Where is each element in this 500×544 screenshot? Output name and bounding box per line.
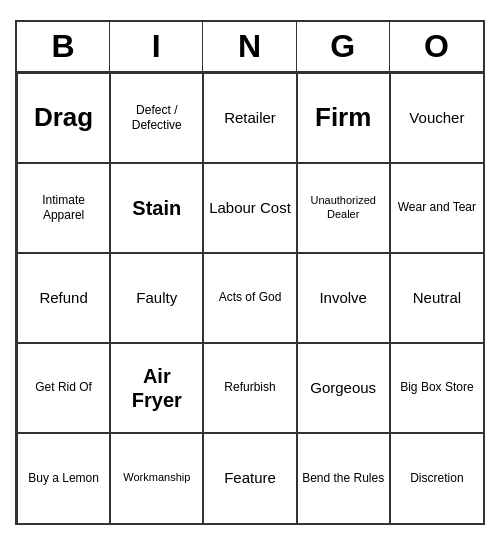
bingo-cell: Firm: [297, 73, 390, 163]
cell-text: Discretion: [410, 471, 463, 485]
header-letter: G: [297, 22, 390, 71]
bingo-cell: Unauthorized Dealer: [297, 163, 390, 253]
bingo-cell: Workmanship: [110, 433, 203, 523]
bingo-cell: Wear and Tear: [390, 163, 483, 253]
bingo-grid: DragDefect / DefectiveRetailerFirmVouche…: [17, 73, 483, 523]
bingo-cell: Gorgeous: [297, 343, 390, 433]
cell-text: Acts of God: [219, 290, 282, 304]
cell-text: Labour Cost: [209, 199, 291, 217]
bingo-cell: Big Box Store: [390, 343, 483, 433]
cell-text: Big Box Store: [400, 380, 473, 394]
cell-text: Involve: [319, 289, 367, 307]
bingo-cell: Involve: [297, 253, 390, 343]
bingo-cell: Stain: [110, 163, 203, 253]
bingo-card: BINGO DragDefect / DefectiveRetailerFirm…: [15, 20, 485, 525]
bingo-cell: Voucher: [390, 73, 483, 163]
bingo-cell: Labour Cost: [203, 163, 296, 253]
bingo-cell: Bend the Rules: [297, 433, 390, 523]
cell-text: Workmanship: [123, 471, 190, 484]
cell-text: Refund: [39, 289, 87, 307]
bingo-cell: Refurbish: [203, 343, 296, 433]
bingo-cell: Retailer: [203, 73, 296, 163]
cell-text: Faulty: [136, 289, 177, 307]
bingo-cell: Air Fryer: [110, 343, 203, 433]
header-letter: B: [17, 22, 110, 71]
cell-text: Feature: [224, 469, 276, 487]
cell-text: Defect / Defective: [115, 103, 198, 132]
cell-text: Neutral: [413, 289, 461, 307]
bingo-cell: Refund: [17, 253, 110, 343]
cell-text: Buy a Lemon: [28, 471, 99, 485]
bingo-cell: Buy a Lemon: [17, 433, 110, 523]
bingo-cell: Defect / Defective: [110, 73, 203, 163]
cell-text: Intimate Apparel: [22, 193, 105, 222]
bingo-cell: Drag: [17, 73, 110, 163]
cell-text: Voucher: [409, 109, 464, 127]
bingo-cell: Discretion: [390, 433, 483, 523]
bingo-cell: Neutral: [390, 253, 483, 343]
header-letter: I: [110, 22, 203, 71]
cell-text: Bend the Rules: [302, 471, 384, 485]
bingo-cell: Intimate Apparel: [17, 163, 110, 253]
bingo-cell: Faulty: [110, 253, 203, 343]
bingo-cell: Get Rid Of: [17, 343, 110, 433]
bingo-cell: Feature: [203, 433, 296, 523]
cell-text: Firm: [315, 102, 371, 133]
cell-text: Stain: [132, 196, 181, 220]
cell-text: Refurbish: [224, 380, 275, 394]
cell-text: Get Rid Of: [35, 380, 92, 394]
header-letter: N: [203, 22, 296, 71]
bingo-header: BINGO: [17, 22, 483, 73]
cell-text: Air Fryer: [115, 364, 198, 412]
bingo-cell: Acts of God: [203, 253, 296, 343]
cell-text: Wear and Tear: [398, 200, 476, 214]
cell-text: Gorgeous: [310, 379, 376, 397]
cell-text: Drag: [34, 102, 93, 133]
cell-text: Retailer: [224, 109, 276, 127]
cell-text: Unauthorized Dealer: [302, 194, 385, 220]
header-letter: O: [390, 22, 483, 71]
